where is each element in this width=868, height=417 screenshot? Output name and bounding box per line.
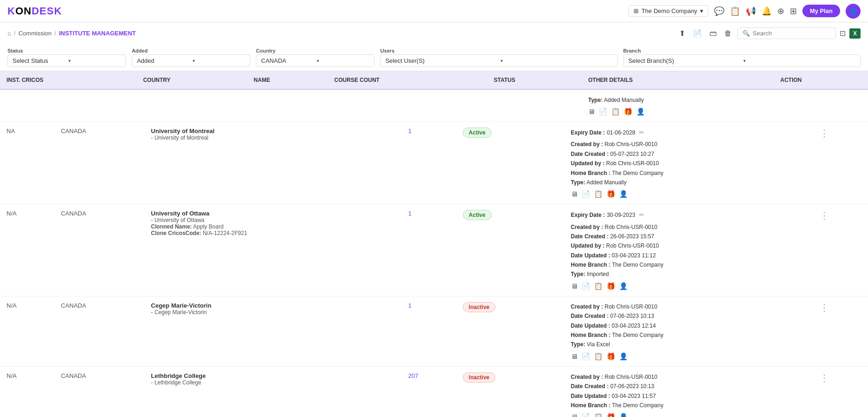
course-count-link[interactable]: 1 — [408, 128, 411, 135]
status-chevron: ▾ — [68, 58, 121, 63]
bell-icon[interactable]: 🔔 — [761, 6, 772, 16]
add-icon[interactable]: ⊕ — [777, 6, 784, 16]
status-label: Status — [7, 48, 126, 54]
detail-user-icon[interactable]: 👤 — [619, 352, 628, 361]
detail-icon-3[interactable]: 📋 — [611, 108, 620, 116]
country-select[interactable]: CANADA ▾ — [256, 54, 374, 67]
action-menu-button[interactable]: ⋮ — [820, 128, 830, 138]
detail-icon-1[interactable]: 🖥 — [588, 108, 595, 116]
course-count-link[interactable]: 1 — [408, 302, 411, 309]
added-chevron: ▾ — [193, 58, 246, 63]
detail-doc-icon[interactable]: 📄 — [581, 190, 590, 198]
users-select[interactable]: Select User(S) ▾ — [380, 54, 617, 67]
company-selector[interactable]: ⊞ The Demo Company ▾ — [628, 5, 708, 17]
cell-inst-cricos: N/A — [0, 366, 54, 417]
megaphone-icon[interactable]: 📢 — [746, 6, 756, 16]
col-other-details: OTHER DETAILS — [581, 71, 774, 89]
cell-status: Inactive — [456, 366, 564, 417]
trash-icon[interactable]: 🗑 — [722, 27, 734, 40]
added-select[interactable]: Added ▾ — [132, 54, 250, 67]
cell-name: University of Ottawa- University of Otta… — [145, 204, 402, 296]
cell-inst-cricos: N/A — [0, 204, 54, 296]
table-body: Type: Added Manually 🖥 📄 📋 🎁 👤 — [0, 89, 868, 122]
table-row: NA CANADA University of Montreal- Univer… — [0, 122, 868, 204]
status-select[interactable]: Select Status ▾ — [7, 54, 126, 67]
detail-copy-icon[interactable]: 📋 — [594, 413, 603, 417]
excel-icon[interactable]: X — [849, 28, 861, 39]
users-value: Select User(S) — [385, 57, 497, 64]
detail-tv-icon[interactable]: 🖥 — [571, 352, 578, 361]
screen-icon[interactable]: ⊡ — [840, 29, 846, 38]
cell-course-count: 1 — [401, 296, 456, 366]
cell-action: ⋮ — [813, 122, 868, 204]
cell-other-details: Type: Added Manually 🖥 📄 📋 🎁 👤 — [581, 89, 774, 122]
detail-copy-icon[interactable]: 📋 — [594, 352, 603, 361]
chat-icon[interactable]: 💬 — [714, 6, 724, 16]
detail-copy-icon[interactable]: 📋 — [594, 282, 603, 290]
cell-name — [247, 89, 327, 122]
detail-icon-4[interactable]: 🎁 — [624, 108, 633, 116]
branch-filter: Branch Select Branch(S) ▾ — [623, 48, 861, 67]
detail-user-icon[interactable]: 👤 — [619, 282, 628, 290]
course-count-link[interactable]: 207 — [408, 372, 418, 379]
status-badge: Active — [463, 128, 492, 138]
cell-name: University of Montreal- University of Mo… — [145, 122, 402, 204]
cell-course-count: 1 — [401, 204, 456, 296]
detail-doc-icon[interactable]: 📄 — [581, 352, 590, 361]
detail-icon-2[interactable]: 📄 — [599, 108, 608, 116]
home-icon[interactable]: ⌂ — [7, 30, 11, 37]
database-icon[interactable]: 🗃 — [708, 27, 719, 40]
detail-icon-5[interactable]: 👤 — [636, 108, 645, 116]
file-icon[interactable]: 📄 — [691, 27, 704, 40]
detail-gift-icon[interactable]: 🎁 — [607, 190, 615, 198]
country-value: CANADA — [261, 57, 314, 64]
detail-tv-icon[interactable]: 🖥 — [571, 190, 578, 198]
logo: KONDESK — [7, 5, 62, 17]
breadcrumb: ⌂ / Commission / INSTITUTE MANAGEMENT ⬆ … — [0, 22, 868, 44]
detail-gift-icon[interactable]: 🎁 — [607, 282, 615, 290]
cell-name: Cegep Marie-Victorin- Cegep Marie-Victor… — [145, 296, 402, 366]
course-count-link[interactable]: 1 — [408, 210, 411, 217]
action-menu-button[interactable]: ⋮ — [820, 210, 830, 221]
detail-doc-icon[interactable]: 📄 — [581, 413, 590, 417]
grid-icon[interactable]: ⊞ — [790, 6, 797, 16]
detail-copy-icon[interactable]: 📋 — [594, 190, 603, 198]
cell-country: CANADA — [54, 122, 145, 204]
institute-table: INST. CRICOS COUNTRY NAME COURSE COUNT S… — [0, 71, 868, 122]
avatar[interactable]: 👤 — [846, 4, 861, 19]
my-plan-button[interactable]: My Plan — [802, 5, 840, 17]
status-badge: Active — [463, 210, 492, 220]
cell-status — [487, 89, 581, 122]
upload-icon[interactable]: ⬆ — [677, 27, 687, 40]
detail-gift-icon[interactable]: 🎁 — [607, 413, 615, 417]
detail-doc-icon[interactable]: 📄 — [581, 282, 590, 290]
search-box[interactable]: 🔍 — [737, 27, 836, 39]
notes-icon[interactable]: 📋 — [730, 6, 740, 16]
action-menu-button[interactable]: ⋮ — [820, 303, 830, 313]
branch-select[interactable]: Select Branch(S) ▾ — [623, 54, 861, 67]
search-icon: 🔍 — [742, 30, 750, 37]
cell-country: CANADA — [54, 296, 145, 366]
search-input[interactable] — [753, 30, 831, 37]
cell-status: Active — [456, 204, 564, 296]
col-action: ACTION — [774, 71, 868, 89]
breadcrumb-commission[interactable]: Commission — [18, 30, 52, 37]
cell-course-count: 207 — [401, 366, 456, 417]
branch-value: Select Branch(S) — [628, 57, 741, 64]
detail-user-icon[interactable]: 👤 — [619, 190, 628, 198]
added-label: Added — [132, 48, 250, 54]
cell-country — [137, 89, 247, 122]
detail-tv-icon[interactable]: 🖥 — [571, 413, 578, 417]
logo-on: ON — [15, 5, 32, 17]
added-filter: Added Added ▾ — [132, 48, 250, 67]
cell-name: Lethbridge College- Lethbridge College — [145, 366, 402, 417]
filter-row: Status Select Status ▾ Added Added ▾ Cou… — [0, 44, 868, 71]
cell-other-details: Expiry Date : 30-09-2023 ✏Created by : R… — [564, 204, 813, 296]
detail-user-icon[interactable]: 👤 — [619, 413, 628, 417]
detail-tv-icon[interactable]: 🖥 — [571, 282, 578, 290]
table-row: N/A CANADA Cegep Marie-Victorin- Cegep M… — [0, 296, 868, 366]
detail-gift-icon[interactable]: 🎁 — [607, 352, 615, 361]
action-menu-button[interactable]: ⋮ — [820, 373, 830, 383]
company-icon: ⊞ — [634, 7, 639, 14]
cell-country: CANADA — [54, 204, 145, 296]
